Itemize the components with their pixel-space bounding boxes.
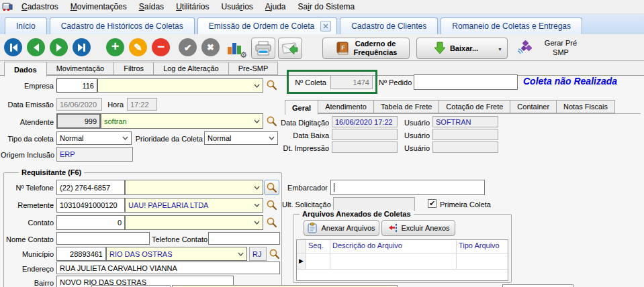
remetente-combo[interactable]: UAU! PAPELARIA LTDA bbox=[125, 198, 263, 213]
prioridade-combo[interactable]: Normal bbox=[204, 131, 278, 145]
contato-combo[interactable] bbox=[125, 215, 263, 230]
document-tab-strip: Início Cadastro de Históricos de Coletas… bbox=[0, 14, 644, 34]
tab-notas-fiscais[interactable]: Notas Fiscais bbox=[557, 100, 615, 113]
anexos-title: Arquivos Anexados de Coletas bbox=[300, 210, 414, 218]
telefone-contato-input[interactable] bbox=[208, 232, 280, 245]
gerar-pre-smp-button[interactable]: Gerar PréSMP bbox=[536, 38, 586, 57]
chevron-down-icon[interactable] bbox=[254, 186, 260, 190]
menu-cadastros[interactable]: Cadastros bbox=[15, 0, 64, 13]
endereco-input[interactable]: RUA JULIETA CARVALHO VIANNA bbox=[56, 262, 280, 274]
empresa-combo[interactable] bbox=[97, 78, 263, 93]
bairro-label: Bairro bbox=[0, 279, 54, 287]
cancel-button[interactable]: ✖ bbox=[201, 38, 220, 56]
tipo-coleta-combo[interactable]: Normal bbox=[56, 131, 132, 145]
tab-atendimento[interactable]: Atendimento bbox=[318, 100, 374, 113]
atendente-search-icon[interactable] bbox=[266, 115, 277, 127]
empresa-search-icon[interactable] bbox=[266, 79, 277, 91]
tab-tabela-frete[interactable]: Tabela de Frete bbox=[374, 100, 439, 113]
tab-close-icon[interactable] bbox=[320, 21, 331, 32]
tab-emissao-ordem-coleta[interactable]: Emissão de Ordem de Coleta bbox=[197, 17, 337, 34]
tab-pre-smp[interactable]: Pre-SMP bbox=[229, 62, 279, 75]
anexar-arquivos-button[interactable]: Anexar Arquivos bbox=[304, 220, 379, 236]
print-button[interactable] bbox=[251, 38, 275, 59]
menu-sair-do-sistema[interactable]: Sair do Sistema bbox=[292, 0, 361, 13]
menu-movimentacoes[interactable]: Movimentações bbox=[64, 0, 133, 13]
nav-previous-button[interactable] bbox=[27, 38, 45, 56]
chevron-down-icon[interactable] bbox=[254, 221, 260, 225]
embarcador-input[interactable] bbox=[330, 180, 485, 195]
confirm-button[interactable]: ✔ bbox=[179, 38, 197, 56]
municipio-search-icon[interactable] bbox=[269, 248, 280, 260]
hora-label: Hora bbox=[105, 101, 124, 109]
chevron-down-icon[interactable] bbox=[122, 136, 128, 140]
col-tipo: Tipo Arquivo bbox=[457, 240, 508, 253]
chevron-down-icon[interactable] bbox=[254, 84, 260, 88]
chevron-down-icon[interactable] bbox=[238, 252, 244, 256]
contato-code-input[interactable]: 0 bbox=[56, 215, 125, 230]
send-email-button[interactable] bbox=[278, 38, 302, 59]
menu-ajuda[interactable]: Ajuda bbox=[259, 0, 292, 13]
nome-contato-input[interactable] bbox=[56, 232, 150, 245]
chevron-down-icon[interactable] bbox=[269, 136, 275, 140]
baixar-button[interactable]: Baixar... ▼ bbox=[416, 38, 508, 59]
data-digitacao-field: 16/06/2020 17:22 bbox=[332, 116, 398, 127]
x-icon: ✖ bbox=[207, 42, 214, 52]
caderno-frequencias-button[interactable]: F Caderno deFrequências bbox=[322, 38, 410, 59]
telefone-contato-label: Telefone Contato bbox=[152, 235, 207, 243]
telefone-combo[interactable] bbox=[125, 180, 263, 195]
empresa-code-input[interactable]: 116 bbox=[56, 78, 97, 93]
menu-utilitarios[interactable]: Utilitários bbox=[170, 0, 215, 13]
remetente-code-input[interactable]: 10310491000120 bbox=[56, 198, 125, 213]
remetente-search-icon[interactable] bbox=[266, 199, 277, 211]
tab-container[interactable]: Container bbox=[510, 100, 557, 113]
check-icon: ✔ bbox=[184, 42, 192, 53]
geral-tab-baseline bbox=[285, 113, 641, 114]
partial-input bbox=[502, 284, 573, 287]
ult-solicitacao-field bbox=[333, 197, 415, 211]
chevron-down-icon[interactable] bbox=[254, 203, 260, 207]
chevron-down-icon[interactable] bbox=[254, 119, 260, 123]
data-emissao-field: 16/06/2020 bbox=[56, 98, 102, 111]
add-record-button[interactable]: + bbox=[106, 38, 124, 56]
atendente-combo[interactable]: softran bbox=[101, 113, 263, 129]
contato-label: Contato bbox=[8, 219, 54, 227]
report-chart-button[interactable]: ⚙ bbox=[227, 40, 246, 57]
endereco-label: Endereço bbox=[0, 265, 54, 273]
tab-filtros[interactable]: Filtros bbox=[114, 62, 154, 75]
usuario-digitacao-field: SOFTRAN bbox=[432, 116, 498, 127]
primeira-coleta-checkbox[interactable]: ✔ bbox=[428, 199, 436, 208]
dropdown-caret-icon[interactable]: ▼ bbox=[498, 47, 502, 52]
anexos-table-row[interactable]: ▶ bbox=[297, 253, 508, 270]
tab-cotacao-frete[interactable]: Cotação de Frete bbox=[439, 100, 510, 113]
nav-first-button[interactable] bbox=[4, 38, 22, 56]
dt-impressao-label: Dt. Impressão bbox=[281, 144, 329, 152]
municipio-combo[interactable]: RIO DAS OSTRAS bbox=[106, 247, 247, 261]
telefone-search-icon[interactable] bbox=[264, 180, 279, 195]
menu-saidas[interactable]: Saídas bbox=[133, 0, 170, 13]
tab-log-alteracao[interactable]: Log de Alteração bbox=[154, 62, 229, 75]
telefone-input[interactable]: (22) 2764-6857 bbox=[56, 180, 125, 195]
data-baixa-field bbox=[332, 129, 398, 140]
tab-dados[interactable]: Dados bbox=[4, 62, 47, 76]
tab-movimentacao[interactable]: Movimentação bbox=[47, 62, 115, 75]
nav-next-button[interactable] bbox=[50, 38, 68, 56]
contato-search-icon[interactable] bbox=[266, 217, 277, 228]
pedido-input[interactable] bbox=[414, 74, 518, 90]
toolbar: + ✎ − ✔ ✖ ⚙ F Caderno deFrequências Baix… bbox=[0, 34, 644, 61]
tab-cadastro-historicos-coletas[interactable]: Cadastro de Históricos de Coletas bbox=[50, 17, 195, 34]
tab-inicio[interactable]: Início bbox=[5, 17, 47, 34]
tab-geral[interactable]: Geral bbox=[285, 100, 318, 115]
nav-last-button[interactable] bbox=[73, 38, 91, 56]
anexos-table[interactable]: Seq. Descrição do Arquivo Tipo Arquivo ▶ bbox=[296, 239, 508, 281]
excluir-anexos-button[interactable]: Excluir Anexos bbox=[381, 220, 455, 236]
menu-usuarios[interactable]: Usuários bbox=[215, 0, 259, 13]
tab-romaneio-coletas-entregas[interactable]: Romaneio de Coletas e Entregas bbox=[441, 17, 582, 34]
edit-record-button[interactable]: ✎ bbox=[129, 38, 147, 56]
delete-record-button[interactable]: − bbox=[152, 38, 170, 56]
nome-contato-label: Nome Contato bbox=[0, 235, 54, 243]
municipio-code-input[interactable]: 28893461 bbox=[56, 247, 106, 261]
pencil-icon: ✎ bbox=[134, 42, 142, 54]
municipio-uf-field: RJ bbox=[249, 247, 267, 261]
tab-cadastro-clientes[interactable]: Cadastro de Clientes bbox=[340, 17, 438, 34]
atendente-code-input[interactable]: 999 bbox=[56, 113, 101, 129]
